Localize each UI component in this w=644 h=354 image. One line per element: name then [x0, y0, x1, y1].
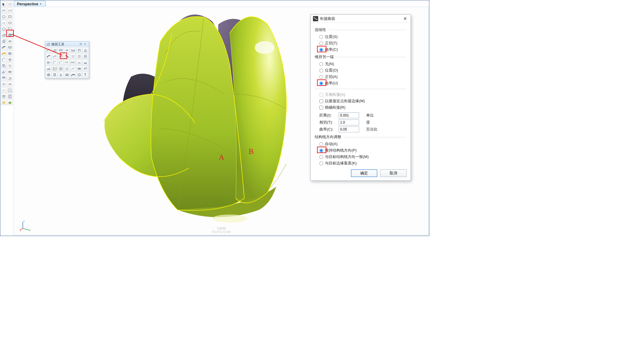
srf-heightfield-icon[interactable]: [46, 66, 51, 71]
srf-shrink-icon[interactable]: [58, 66, 63, 71]
srf-cone-icon[interactable]: [58, 72, 63, 77]
check-nearest-m[interactable]: 以最接近点衔接边缘(M): [315, 98, 407, 104]
pointer-icon[interactable]: [1, 1, 6, 7]
srf-variable-icon[interactable]: [82, 60, 88, 65]
polyline-icon[interactable]: [1, 8, 6, 13]
mirror-icon[interactable]: [7, 69, 13, 74]
rotate-icon[interactable]: [7, 63, 13, 68]
group-icon[interactable]: [7, 87, 13, 93]
srf-extcrv-icon[interactable]: [76, 47, 82, 53]
radio-curvature-u-input[interactable]: [319, 81, 323, 85]
curve-freeform-icon[interactable]: [7, 8, 13, 13]
srf-tube-icon[interactable]: [70, 72, 76, 77]
radio-tangent-a-input[interactable]: [319, 75, 323, 79]
arc-icon[interactable]: [1, 20, 6, 25]
radio-iso-preserve-input[interactable]: [319, 149, 323, 152]
srf-text-icon[interactable]: T: [82, 72, 88, 77]
pin-icon[interactable]: ⊙: [80, 42, 83, 46]
fillet-icon[interactable]: [1, 57, 6, 62]
input-curvature[interactable]: [339, 126, 359, 132]
boolean-icon[interactable]: [7, 51, 13, 56]
srf-dec-icon[interactable]: DEC: [70, 60, 76, 65]
radio-none-n[interactable]: 无(N): [315, 61, 407, 67]
radio-iso-target-input[interactable]: [319, 155, 323, 159]
scale-icon[interactable]: [1, 69, 6, 74]
radio-iso-auto[interactable]: 自动(A): [315, 141, 407, 147]
radio-iso-perp[interactable]: 与目标边缘垂直(K): [315, 160, 407, 166]
srf-edge-icon[interactable]: [52, 47, 57, 53]
srf-blend-icon[interactable]: [64, 53, 70, 59]
radio-iso-preserve[interactable]: 维持结构线方向(P): [315, 147, 407, 154]
grasshopper-icon[interactable]: [7, 100, 13, 105]
srf-box-icon[interactable]: [76, 72, 82, 77]
srf-sphere-icon[interactable]: [46, 72, 51, 77]
solid-box-icon[interactable]: [7, 32, 13, 38]
radio-tangent-t[interactable]: 正切(T): [315, 40, 407, 46]
radio-iso-perp-input[interactable]: [319, 162, 323, 165]
extrude-icon[interactable]: [1, 38, 6, 44]
srf-chamfer-icon[interactable]: [58, 60, 63, 65]
copy-icon[interactable]: [1, 63, 6, 68]
radio-iso-target[interactable]: 与目标结构线方向一致(M): [315, 154, 407, 160]
input-distance[interactable]: [339, 112, 359, 118]
close-icon[interactable]: ×: [84, 42, 88, 46]
rectangle-icon[interactable]: [7, 14, 13, 19]
srf-sweep2-icon[interactable]: [52, 53, 57, 59]
surface-palette-titlebar[interactable]: 曲面工具 ⊙ ×: [45, 41, 89, 47]
srf-rebuild-icon[interactable]: [64, 66, 70, 71]
srf-sweep1-icon[interactable]: [46, 53, 51, 59]
srf-torus-icon[interactable]: [64, 72, 70, 77]
viewport-tab-perspective[interactable]: Perspective ▾: [14, 1, 46, 7]
radio-curvature-c-input[interactable]: [319, 48, 323, 52]
explode-icon[interactable]: [1, 87, 6, 93]
polygon-icon[interactable]: [1, 26, 6, 32]
srf-plane-icon[interactable]: [82, 66, 88, 71]
srf-refit-icon[interactable]: [76, 66, 82, 71]
srf-drape-icon[interactable]: [70, 47, 76, 53]
check-nearest-m-input[interactable]: [319, 99, 323, 103]
circle-icon[interactable]: [1, 14, 6, 19]
srf-loft-icon[interactable]: [76, 53, 82, 59]
srf-corner-icon[interactable]: [46, 47, 51, 53]
close-icon[interactable]: ✕: [402, 16, 408, 21]
surface-tools-palette[interactable]: 曲面工具 ⊙ × FIT DEC: [45, 41, 89, 79]
radio-position-s-input[interactable]: [319, 35, 323, 39]
trim-icon[interactable]: [7, 75, 13, 81]
check-refine-r-input[interactable]: [319, 106, 323, 110]
input-tangent[interactable]: [339, 119, 359, 125]
radio-curvature-u[interactable]: 曲率(U): [315, 80, 407, 86]
radio-position-o-input[interactable]: [319, 69, 323, 72]
srf-planar-icon[interactable]: [58, 47, 63, 53]
radio-position-s[interactable]: 位置(S): [315, 34, 407, 40]
spiral-icon[interactable]: [7, 26, 13, 32]
srf-picture-icon[interactable]: [52, 66, 57, 71]
srf-network-icon[interactable]: [82, 53, 88, 59]
join-icon[interactable]: [7, 81, 13, 87]
radio-curvature-c[interactable]: 曲率(C): [315, 46, 407, 53]
srf-fillet-icon[interactable]: [52, 60, 57, 65]
dialog-titlebar[interactable]: 衔接曲面 ✕: [311, 15, 411, 23]
layer-icon[interactable]: [1, 93, 6, 99]
ellipse-icon[interactable]: [7, 20, 13, 25]
srf-rail-icon[interactable]: [70, 53, 76, 59]
revolve-icon[interactable]: [7, 38, 13, 44]
srf-cyl-icon[interactable]: [52, 72, 57, 77]
srf-revolve-icon[interactable]: [58, 53, 63, 59]
transform-icon[interactable]: [7, 57, 13, 62]
srf-offset-icon[interactable]: [76, 60, 82, 65]
srf-patch-icon[interactable]: [64, 47, 70, 53]
srf-change-icon[interactable]: [70, 66, 76, 71]
surface-from-curves-icon[interactable]: [1, 32, 6, 38]
properties-icon[interactable]: [7, 93, 13, 99]
srf-extpt-icon[interactable]: [82, 47, 88, 53]
render-icon[interactable]: [1, 100, 6, 105]
sweep-icon[interactable]: [1, 44, 6, 50]
radio-position-o[interactable]: 位置(O): [315, 67, 407, 74]
lasso-icon[interactable]: [7, 1, 13, 7]
radio-iso-auto-input[interactable]: [319, 142, 323, 146]
loft-icon[interactable]: [7, 44, 13, 50]
radio-none-n-input[interactable]: [319, 62, 323, 66]
pipe-icon[interactable]: [1, 51, 6, 56]
split-icon[interactable]: [1, 81, 6, 87]
cancel-button[interactable]: 取消: [380, 169, 407, 177]
